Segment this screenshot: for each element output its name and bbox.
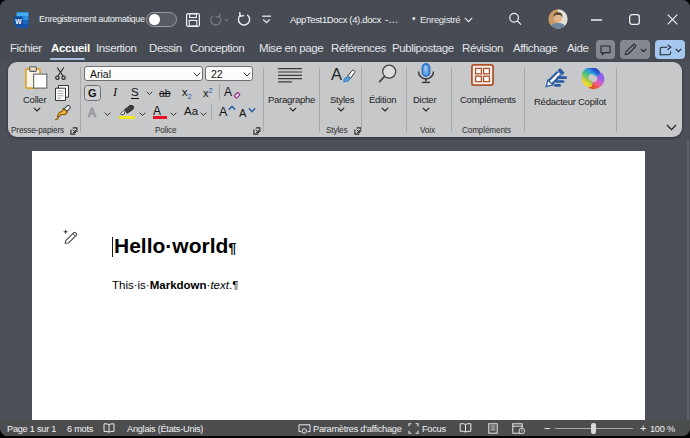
svg-text:W: W — [15, 17, 22, 24]
